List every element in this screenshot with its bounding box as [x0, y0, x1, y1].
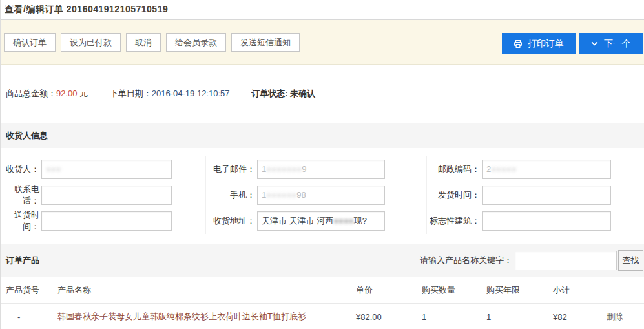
consignee-input[interactable]: ●●●	[41, 160, 172, 179]
email-field: 电子邮件： 1●●●●●●●9	[206, 156, 427, 182]
zipcode-input[interactable]: 2●●●●●	[482, 160, 611, 179]
consignee-form: 收货人： ●●● 电子邮件： 1●●●●●●●9 邮政编码： 2●●●●● 联系…	[1, 148, 644, 244]
ship-time-input[interactable]	[482, 186, 611, 205]
col-header-subtotal: 小计	[548, 284, 601, 296]
address-field: 收货地址： 天津市 天津市 河西●●●●现?	[206, 208, 427, 234]
mobile-input[interactable]: 1●●●●●●98	[257, 186, 385, 205]
products-section-title: 订单产品	[6, 248, 39, 273]
col-header-sku: 产品货号	[1, 284, 52, 296]
col-header-qty: 购买数量	[417, 284, 481, 296]
products-table: 产品货号 产品名称 单价 购买数量 购买年限 小计 - 韩国春秋亲子装母女儿童韩…	[1, 277, 644, 329]
table-row: - 韩国春秋亲子装母女儿童韩版纯棉条纹衫上衣荷叶边长袖T恤打底衫 ¥82.00 …	[1, 304, 644, 329]
print-order-label: 打印订单	[528, 38, 564, 50]
col-header-years: 购买年限	[481, 284, 548, 296]
product-sku: -	[1, 312, 52, 322]
product-subtotal: ¥82	[548, 312, 601, 322]
delete-link[interactable]: 删除	[601, 311, 644, 323]
title-bar: 查看/编辑订单 2016041912105710519	[1, 0, 644, 20]
consignee-section-title: 收货人信息	[6, 131, 48, 140]
cancel-order-button[interactable]: 取消	[126, 33, 161, 52]
product-search: 请输入产品名称关键字： 查找	[420, 248, 643, 273]
phone-field: 联系电话：	[1, 182, 206, 208]
products-section-header: 订单产品 请输入产品名称关键字： 查找	[1, 244, 644, 277]
page-title: 查看/编辑订单 2016041912105710519	[5, 4, 168, 16]
product-years: 1	[481, 312, 548, 322]
address-input[interactable]: 天津市 天津市 河西●●●●现?	[257, 211, 385, 231]
consignee-field: 收货人： ●●●	[1, 156, 206, 182]
product-search-input[interactable]	[515, 251, 617, 270]
product-search-label: 请输入产品名称关键字：	[420, 248, 512, 273]
table-header-row: 产品货号 产品名称 单价 购买数量 购买年限 小计	[1, 277, 644, 304]
product-name-link[interactable]: 韩国春秋亲子装母女儿童韩版纯棉条纹衫上衣荷叶边长袖T恤打底衫	[52, 311, 351, 323]
ship-time-field: 发货时间：	[427, 182, 644, 208]
print-order-button[interactable]: 打印订单	[502, 33, 576, 54]
landmark-input[interactable]	[482, 211, 611, 231]
product-qty: 1	[417, 312, 481, 322]
order-summary: 商品总金额：92.00 元 下单日期：2016-04-19 12:10:57 订…	[1, 65, 644, 123]
confirm-order-button[interactable]: 确认订单	[4, 33, 56, 52]
delivery-time-field: 送货时间：	[1, 208, 206, 234]
product-price: ¥82.00	[351, 312, 417, 322]
zipcode-field: 邮政编码： 2●●●●●	[427, 156, 644, 182]
consignee-section-header: 收货人信息	[1, 123, 644, 148]
send-sms-button[interactable]: 发送短信通知	[231, 33, 300, 52]
order-date: 下单日期：2016-04-19 12:10:57	[110, 89, 230, 98]
landmark-field: 标志性建筑：	[427, 208, 644, 234]
chevron-down-icon	[590, 39, 599, 48]
printer-icon	[514, 39, 523, 48]
next-order-label: 下一个	[604, 38, 631, 50]
set-paid-button[interactable]: 设为已付款	[61, 33, 121, 52]
phone-input[interactable]	[41, 186, 172, 205]
col-header-price: 单价	[351, 284, 417, 296]
next-order-button[interactable]: 下一个	[579, 33, 643, 54]
toolbar-actions: 确认订单 设为已付款 取消 给会员录款 发送短信通知	[4, 33, 300, 52]
toolbar-primary-actions: 打印订单 下一个	[502, 33, 643, 54]
email-input[interactable]: 1●●●●●●●9	[257, 160, 385, 179]
search-button[interactable]: 查找	[618, 250, 643, 271]
toolbar: 确认订单 设为已付款 取消 给会员录款 发送短信通知 打印订单 下一个	[1, 20, 644, 65]
delivery-time-input[interactable]	[41, 211, 172, 231]
col-header-name: 产品名称	[52, 284, 351, 296]
member-payment-button[interactable]: 给会员录款	[166, 33, 226, 52]
order-status: 订单状态: 未确认	[251, 89, 315, 98]
total-amount: 商品总金额：92.00 元	[6, 89, 88, 98]
mobile-field: 手机： 1●●●●●●98	[206, 182, 427, 208]
